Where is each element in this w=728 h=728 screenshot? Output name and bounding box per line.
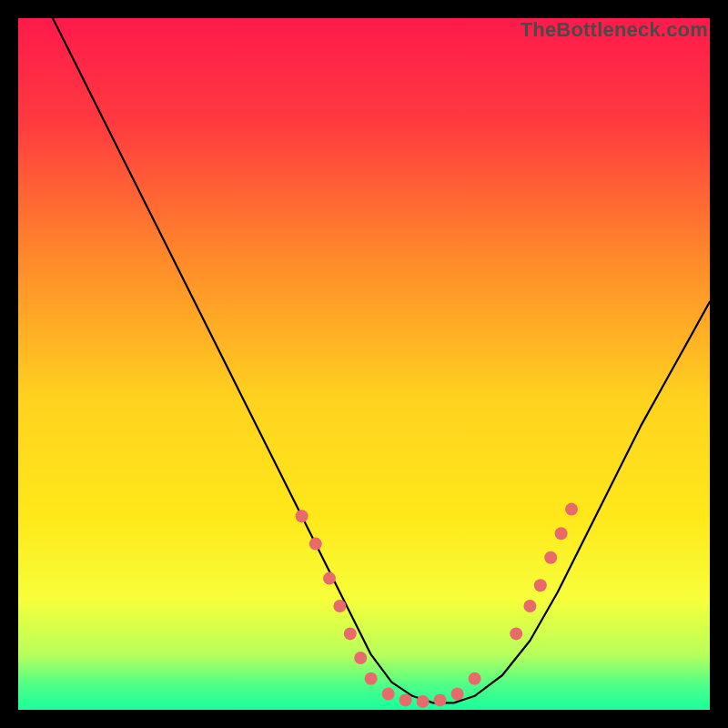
marker-dot bbox=[323, 572, 336, 585]
marker-dot bbox=[354, 652, 367, 664]
marker-dot bbox=[296, 510, 308, 522]
marker-dot bbox=[344, 627, 357, 640]
marker-dot bbox=[434, 693, 447, 706]
marker-dot bbox=[382, 688, 395, 701]
marker-dot bbox=[469, 672, 481, 685]
marker-dot bbox=[544, 551, 557, 564]
marker-dot bbox=[523, 600, 536, 612]
bottleneck-chart bbox=[18, 18, 710, 710]
marker-dot bbox=[333, 600, 346, 612]
watermark-text: TheBottleneck.com bbox=[521, 18, 708, 42]
marker-dot bbox=[417, 695, 430, 708]
marker-dot bbox=[510, 627, 522, 640]
marker-dot bbox=[451, 688, 464, 701]
marker-dot bbox=[365, 672, 378, 685]
marker-dot bbox=[555, 527, 568, 540]
marker-dot bbox=[309, 538, 322, 551]
marker-dot bbox=[399, 693, 412, 706]
chart-frame: TheBottleneck.com bbox=[18, 18, 710, 710]
marker-dot bbox=[534, 579, 547, 592]
marker-dot bbox=[565, 503, 578, 516]
gradient-background bbox=[18, 18, 710, 710]
